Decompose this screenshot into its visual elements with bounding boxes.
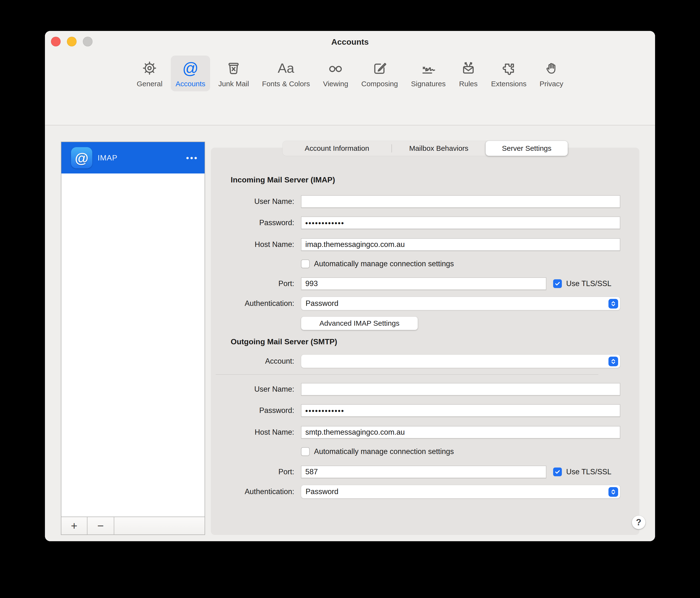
outgoing-account-row: Account: bbox=[211, 354, 620, 368]
outgoing-port-row: Port: Use TLS/SSL bbox=[211, 466, 620, 478]
popup-stepper-icon bbox=[608, 487, 618, 497]
incoming-host-name-label: Host Name: bbox=[211, 240, 294, 249]
outgoing-host-name-field[interactable] bbox=[301, 426, 620, 439]
incoming-authentication-label: Authentication: bbox=[211, 299, 294, 308]
advanced-imap-settings-button[interactable]: Advanced IMAP Settings bbox=[301, 317, 418, 330]
incoming-tls-checkbox[interactable] bbox=[553, 279, 562, 288]
incoming-password-row: Password: bbox=[211, 217, 620, 229]
envelope-arrows-icon bbox=[460, 58, 476, 78]
incoming-tls-group: Use TLS/SSL bbox=[553, 279, 611, 288]
toolbar-label: Extensions bbox=[491, 80, 527, 88]
outgoing-user-name-field[interactable] bbox=[301, 383, 620, 396]
compose-icon bbox=[372, 58, 388, 78]
incoming-tls-label: Use TLS/SSL bbox=[566, 279, 611, 288]
outgoing-tls-label: Use TLS/SSL bbox=[566, 468, 611, 476]
outgoing-auto-manage-checkbox[interactable] bbox=[301, 447, 310, 456]
outgoing-port-field[interactable] bbox=[301, 466, 546, 478]
signature-icon bbox=[420, 58, 436, 78]
incoming-port-field[interactable] bbox=[301, 277, 546, 290]
window-title: Accounts bbox=[45, 37, 655, 47]
sidebar-item-imap-account[interactable]: @ IMAP ••• bbox=[61, 142, 205, 173]
outgoing-password-field[interactable] bbox=[301, 404, 620, 417]
advanced-imap-settings-row: Advanced IMAP Settings bbox=[211, 317, 620, 330]
toolbar-item-composing[interactable]: Composing bbox=[356, 55, 403, 91]
toolbar-label: Junk Mail bbox=[218, 80, 249, 88]
incoming-authentication-value: Password bbox=[305, 299, 339, 307]
help-button[interactable]: ? bbox=[632, 516, 645, 529]
incoming-user-name-label: User Name: bbox=[211, 197, 294, 206]
add-account-button[interactable]: + bbox=[61, 517, 88, 534]
toolbar-label: Composing bbox=[361, 80, 398, 88]
popup-stepper-icon bbox=[608, 357, 618, 366]
titlebar: Accounts bbox=[45, 31, 655, 53]
toolbar-item-signatures[interactable]: Signatures bbox=[406, 55, 450, 91]
outgoing-port-label: Port: bbox=[211, 468, 294, 476]
incoming-host-name-row: Host Name: bbox=[211, 238, 620, 251]
outgoing-auto-manage-label: Automatically manage connection settings bbox=[314, 447, 454, 456]
toolbar-item-general[interactable]: General bbox=[132, 55, 167, 91]
toolbar-item-privacy[interactable]: Privacy bbox=[535, 55, 568, 91]
outgoing-user-name-label: User Name: bbox=[211, 385, 294, 394]
outgoing-password-row: Password: bbox=[211, 404, 620, 417]
incoming-auto-manage-label: Automatically manage connection settings bbox=[314, 259, 454, 268]
at-icon: @ bbox=[182, 58, 199, 78]
toolbar-label: Accounts bbox=[176, 80, 205, 88]
sidebar-controls: + − bbox=[61, 517, 205, 535]
incoming-port-label: Port: bbox=[211, 279, 294, 288]
more-options-icon[interactable]: ••• bbox=[186, 155, 198, 160]
outgoing-host-name-label: Host Name: bbox=[211, 428, 294, 437]
glasses-icon bbox=[327, 58, 344, 78]
server-settings-form: Incoming Mail Server (IMAP) User Name: P… bbox=[211, 148, 640, 535]
incoming-host-name-field[interactable] bbox=[301, 238, 620, 251]
trash-icon bbox=[226, 58, 241, 78]
outgoing-account-popup[interactable] bbox=[301, 354, 620, 368]
incoming-user-name-field[interactable] bbox=[301, 195, 620, 208]
outgoing-authentication-popup[interactable]: Password bbox=[301, 485, 620, 498]
outgoing-tls-group: Use TLS/SSL bbox=[553, 468, 611, 476]
toolbar-label: Privacy bbox=[540, 80, 563, 88]
incoming-user-name-row: User Name: bbox=[211, 195, 620, 208]
mail-preferences-window: Accounts General @ Accounts bbox=[45, 31, 655, 541]
preferences-content: @ IMAP ••• + − Account Information Mailb… bbox=[45, 125, 655, 541]
incoming-auto-manage-checkbox[interactable] bbox=[301, 259, 310, 268]
account-name: IMAP bbox=[98, 153, 186, 163]
toolbar-item-extensions[interactable]: Extensions bbox=[486, 55, 531, 91]
toolbar-item-rules[interactable]: Rules bbox=[454, 55, 483, 91]
outgoing-section-heading: Outgoing Mail Server (SMTP) bbox=[231, 337, 640, 347]
outgoing-tls-checkbox[interactable] bbox=[553, 468, 562, 476]
outgoing-account-label: Account: bbox=[211, 357, 294, 366]
popup-stepper-icon bbox=[608, 299, 618, 308]
incoming-port-row: Port: Use TLS/SSL bbox=[211, 277, 620, 290]
incoming-password-field[interactable] bbox=[301, 217, 620, 229]
puzzle-icon bbox=[501, 58, 517, 78]
incoming-section-heading: Incoming Mail Server (IMAP) bbox=[231, 175, 640, 185]
smtp-section-divider bbox=[216, 374, 598, 375]
toolbar-item-viewing[interactable]: Viewing bbox=[318, 55, 353, 91]
remove-account-button[interactable]: − bbox=[88, 517, 114, 534]
incoming-password-label: Password: bbox=[211, 218, 294, 227]
outgoing-password-label: Password: bbox=[211, 406, 294, 415]
toolbar-item-fonts-colors[interactable]: Aa Fonts & Colors bbox=[257, 55, 315, 91]
incoming-authentication-row: Authentication: Password bbox=[211, 297, 620, 310]
account-at-badge-icon: @ bbox=[71, 147, 92, 168]
outgoing-authentication-row: Authentication: Password bbox=[211, 485, 620, 498]
preferences-toolbar: General @ Accounts Junk Mail Aa Fonts & … bbox=[45, 53, 655, 125]
hand-icon bbox=[545, 58, 558, 78]
toolbar-label: Viewing bbox=[323, 80, 348, 88]
gear-icon bbox=[142, 58, 157, 78]
server-settings-panel: Account Information Mailbox Behaviors Se… bbox=[211, 148, 640, 535]
toolbar-item-accounts[interactable]: @ Accounts bbox=[171, 55, 210, 91]
toolbar-item-junk-mail[interactable]: Junk Mail bbox=[214, 55, 254, 91]
outgoing-authentication-label: Authentication: bbox=[211, 487, 294, 496]
toolbar-label: Fonts & Colors bbox=[262, 80, 310, 88]
incoming-authentication-popup[interactable]: Password bbox=[301, 297, 620, 310]
fonts-icon: Aa bbox=[278, 58, 295, 78]
toolbar-label: Signatures bbox=[411, 80, 446, 88]
toolbar-label: General bbox=[137, 80, 162, 88]
sidebar-controls-spacer bbox=[114, 517, 205, 534]
outgoing-authentication-value: Password bbox=[305, 487, 339, 496]
outgoing-auto-manage-row: Automatically manage connection settings bbox=[301, 447, 640, 456]
outgoing-host-name-row: Host Name: bbox=[211, 426, 620, 439]
accounts-sidebar: @ IMAP ••• + − bbox=[61, 142, 205, 535]
toolbar-label: Rules bbox=[459, 80, 478, 88]
